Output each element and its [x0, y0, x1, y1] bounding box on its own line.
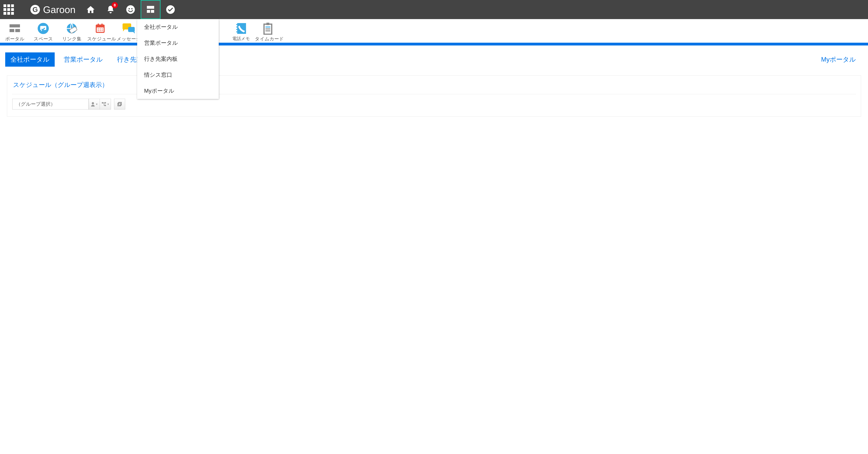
smile-icon[interactable] [121, 0, 141, 19]
group-select[interactable]: （グループ選択） [12, 99, 89, 109]
svg-point-19 [98, 29, 99, 30]
chat-check-icon[interactable] [161, 0, 181, 19]
portal-icon [2, 22, 28, 35]
timecard-icon [255, 22, 281, 35]
accent-bar [0, 43, 868, 45]
svg-rect-17 [98, 24, 99, 26]
svg-rect-35 [266, 29, 270, 30]
svg-rect-9 [15, 29, 20, 32]
app-label: 電話メモ [230, 36, 252, 41]
svg-rect-31 [236, 31, 237, 32]
app-phone-memo[interactable]: 電話メモ [230, 22, 252, 42]
schedule-panel: スケジュール（グループ週表示） （グループ選択） ▼ ▼ [7, 75, 861, 117]
svg-rect-39 [104, 102, 106, 104]
svg-rect-8 [9, 29, 14, 32]
portal-dropdown-item[interactable]: 行き先案内板 [137, 51, 219, 67]
svg-rect-3 [147, 6, 154, 9]
schedule-controls: （グループ選択） ▼ ▼ [12, 99, 856, 109]
open-window-button[interactable] [114, 99, 125, 109]
svg-rect-40 [104, 105, 106, 106]
svg-rect-16 [97, 27, 104, 32]
svg-rect-29 [236, 27, 237, 28]
notification-badge: 8 [112, 2, 118, 8]
app-links[interactable]: リンク集 [59, 22, 85, 42]
svg-rect-41 [119, 102, 121, 105]
schedule-icon [87, 22, 113, 35]
svg-point-20 [100, 29, 101, 30]
portal-switcher-icon[interactable] [141, 0, 161, 19]
app-label: スペース [30, 36, 56, 42]
links-icon [59, 22, 85, 35]
svg-rect-34 [266, 27, 270, 28]
app-label: リンク集 [59, 36, 85, 42]
svg-point-0 [126, 5, 135, 14]
notification-bell-icon[interactable]: 8 [101, 0, 121, 19]
svg-point-37 [92, 102, 94, 104]
portal-dropdown-item[interactable]: 全社ポータル [137, 19, 219, 35]
svg-rect-18 [101, 24, 102, 26]
phone-memo-icon [230, 22, 252, 35]
chevron-down-icon: ▼ [96, 103, 98, 105]
topbar: G Garoon 8 [0, 0, 868, 19]
svg-point-23 [100, 30, 101, 31]
svg-rect-5 [151, 10, 154, 13]
app-label: ポータル [2, 36, 28, 42]
svg-rect-7 [9, 24, 20, 27]
svg-rect-33 [267, 23, 270, 25]
svg-point-2 [131, 8, 133, 9]
person-icon [91, 102, 95, 106]
app-launcher-icon[interactable] [3, 4, 14, 15]
portal-dropdown-item[interactable]: 営業ポータル [137, 35, 219, 51]
tab-my-portal[interactable]: Myポータル [816, 53, 861, 67]
svg-point-22 [98, 30, 99, 31]
org-picker-button[interactable]: ▼ [100, 99, 111, 109]
portal-tabs: 全社ポータル 営業ポータル 行き先案 Myポータル [0, 45, 868, 67]
app-schedule[interactable]: スケジュール [87, 22, 113, 42]
user-picker-button[interactable]: ▼ [89, 99, 100, 109]
svg-rect-26 [128, 27, 135, 32]
portal-dropdown-item[interactable]: Myポータル [137, 83, 219, 99]
portal-dropdown-item[interactable]: 情シス窓口 [137, 67, 219, 83]
home-icon[interactable] [81, 0, 101, 19]
app-portal[interactable]: ポータル [2, 22, 28, 42]
svg-rect-28 [236, 24, 237, 25]
svg-rect-42 [118, 103, 121, 106]
portal-dropdown: 全社ポータル 営業ポータル 行き先案内板 情シス窓口 Myポータル [137, 19, 219, 99]
svg-point-21 [102, 29, 103, 30]
app-space[interactable]: スペース [30, 22, 56, 42]
svg-point-24 [102, 30, 103, 31]
brand[interactable]: G Garoon [30, 4, 75, 15]
app-timecard[interactable]: タイムカード [255, 22, 281, 42]
tab-sales[interactable]: 営業ポータル [59, 53, 108, 67]
space-icon [30, 22, 56, 35]
brand-name: Garoon [43, 4, 75, 15]
org-tree-icon [101, 102, 106, 106]
app-label: スケジュール [87, 36, 113, 42]
chevron-down-icon: ▼ [107, 103, 110, 105]
svg-rect-27 [237, 23, 246, 34]
app-label: タイムカード [255, 36, 281, 42]
brand-logo-icon: G [30, 5, 40, 14]
app-bar: ポータル スペース リンク集 スケジュール メッセージ 電話メモ タイ [0, 19, 868, 43]
svg-rect-4 [147, 10, 150, 13]
svg-rect-30 [236, 29, 237, 30]
svg-rect-38 [102, 102, 103, 104]
svg-rect-36 [266, 30, 270, 31]
tab-all-company[interactable]: 全社ポータル [5, 53, 55, 67]
svg-point-1 [129, 8, 130, 9]
windows-icon [117, 102, 122, 106]
